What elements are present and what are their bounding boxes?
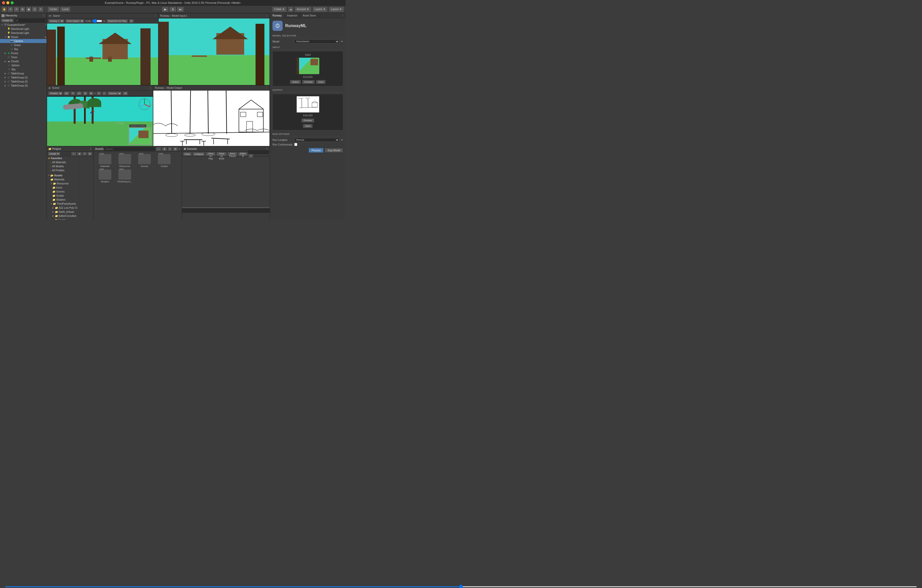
scene-close-btn[interactable]: ✕ bbox=[96, 91, 101, 95]
house-options[interactable]: ▶ bbox=[45, 36, 47, 38]
transform-tool[interactable]: ⊡ bbox=[32, 7, 38, 12]
local-button[interactable]: Local bbox=[60, 7, 70, 12]
console-error-pause[interactable]: Error Pause bbox=[227, 152, 238, 156]
cloud-button[interactable]: ☁ bbox=[288, 7, 294, 12]
tree-item-tablegroup1[interactable]: ▶ □ TableGroup bbox=[0, 71, 47, 75]
console-clear-play[interactable]: Clear on Play bbox=[206, 152, 216, 156]
assets-view-btn3[interactable]: + bbox=[168, 147, 172, 151]
console-clear[interactable]: Clear bbox=[183, 152, 192, 156]
tree-item-dirlight2[interactable]: 💡 Directional Light bbox=[0, 31, 47, 35]
collab-button[interactable]: Collab ▼ bbox=[272, 7, 287, 12]
scene-menu[interactable]: ⋮ bbox=[149, 87, 151, 89]
asset-scripts[interactable]: Scripts bbox=[155, 154, 173, 168]
maximize-button[interactable] bbox=[11, 1, 14, 4]
runway-input-menu[interactable]: ⋮ bbox=[266, 15, 268, 17]
tree-item-tablegroup2[interactable]: ▶ □ TableGroup (1) bbox=[0, 75, 47, 80]
tree-item-clouds[interactable]: ▶ ☁ Clouds bbox=[0, 59, 47, 63]
tree-item-house[interactable]: ▼ 🏠 House ▶ bbox=[0, 35, 47, 39]
tree-materials[interactable]: 📁 Materials bbox=[47, 177, 79, 181]
scene-tools-btn[interactable]: ⚙ bbox=[83, 91, 88, 95]
fav-materials[interactable]: ○ All Materials bbox=[47, 160, 79, 164]
tree-item-tablegroup4[interactable]: ▶ □ TableGroup (3) bbox=[0, 83, 47, 88]
play-button[interactable]: ▶ bbox=[162, 7, 169, 12]
scene-options[interactable]: ≡ bbox=[45, 24, 47, 26]
scale-slider[interactable] bbox=[92, 20, 102, 22]
create-button[interactable]: Create ▼ bbox=[1, 18, 14, 23]
tree-item-camera[interactable]: 📷 Camera bbox=[0, 39, 47, 43]
center-button[interactable]: Center bbox=[47, 7, 59, 12]
display-select[interactable]: Display 1 bbox=[48, 19, 64, 23]
tab-asset-store[interactable]: Asset Store bbox=[300, 13, 319, 18]
tree-shaders[interactable]: 📁 Shaders bbox=[47, 198, 79, 202]
tree-editor[interactable]: ▶ 📁 EditorCoroutine bbox=[47, 214, 79, 218]
console-clear-build[interactable]: Clear on Build bbox=[216, 152, 227, 156]
hierarchy-search[interactable] bbox=[15, 19, 46, 22]
project-btn1[interactable]: ← bbox=[71, 152, 77, 156]
account-button[interactable]: Account ▼ bbox=[294, 7, 311, 12]
fav-prefabs[interactable]: ○ All Prefabs bbox=[47, 168, 79, 172]
project-btn4[interactable]: ⚙ bbox=[87, 152, 92, 156]
hierarchy-menu[interactable]: ⋮ bbox=[43, 14, 45, 17]
window-controls[interactable] bbox=[2, 1, 14, 4]
tree-3le[interactable]: ▶ 📁 3LE Low Poly Cl bbox=[47, 206, 79, 210]
layout-button[interactable]: Layout ▼ bbox=[329, 7, 344, 12]
maximize-on-play[interactable]: Maximize On Play bbox=[106, 19, 128, 23]
right-panel-menu[interactable]: ⋮ bbox=[340, 14, 346, 17]
project-btn2[interactable]: ★ bbox=[77, 152, 82, 156]
asset-thirdparty[interactable]: ThirdPartyAs... bbox=[116, 170, 134, 183]
tree-item-sky[interactable]: □ Sky bbox=[0, 47, 47, 51]
rect-tool[interactable]: ▣ bbox=[26, 7, 31, 12]
console-search[interactable] bbox=[248, 150, 269, 154]
fav-models[interactable]: ○ All Models bbox=[47, 164, 79, 168]
tab-runway[interactable]: Runway bbox=[270, 13, 284, 18]
stop-model-button[interactable]: Stop Model bbox=[325, 148, 343, 153]
all-select-btn[interactable]: All bbox=[123, 91, 128, 95]
run-location-select[interactable]: Remote Local bbox=[294, 138, 339, 142]
tree-item-dirlight1[interactable]: 💡 Directional Light bbox=[0, 27, 47, 31]
game-menu[interactable]: ⋮ bbox=[154, 15, 157, 17]
scale-tool[interactable]: ⊞ bbox=[20, 7, 25, 12]
rotate-tool[interactable]: ↺ bbox=[14, 7, 19, 12]
asset-materials[interactable]: Materials bbox=[96, 154, 114, 168]
console-collapse[interactable]: Collapse bbox=[193, 152, 205, 156]
run-continuously-checkbox[interactable] bbox=[294, 143, 297, 146]
lighting-btn[interactable]: ☀ bbox=[70, 91, 75, 95]
tree-item-sky2[interactable]: □ Sky bbox=[0, 67, 47, 71]
tree-resources[interactable]: ▼ 📁 Resources bbox=[47, 181, 79, 185]
tree-icons[interactable]: 📁 Icons bbox=[47, 185, 79, 189]
project-create-btn[interactable]: Create ▼ bbox=[48, 152, 60, 156]
assets-slider-btn[interactable]: ⚙ bbox=[173, 147, 178, 151]
audio-btn[interactable]: 🔊 bbox=[76, 91, 82, 95]
tree-thirdparty[interactable]: ▼ 📁 ThirdPartyAssets bbox=[47, 202, 79, 206]
tree-scripts[interactable]: 📁 Scripts bbox=[47, 194, 79, 198]
assets-view-btn1[interactable]: ← bbox=[156, 147, 161, 151]
console-menu[interactable]: ⋮ bbox=[266, 147, 268, 150]
tree-item-trees[interactable]: □ Trees bbox=[0, 55, 47, 59]
tree-item-forest[interactable]: ▶ 🌲 Forest bbox=[0, 51, 47, 55]
tree-scenes[interactable]: 📁 Scenes bbox=[47, 189, 79, 194]
output-preview-button[interactable]: Preview bbox=[301, 118, 314, 122]
hand-tool[interactable]: ✋ bbox=[2, 7, 7, 12]
tree-item-examplescene[interactable]: ▼ 🎬 ExampleScene* ≡ bbox=[0, 23, 47, 27]
input-preview-button[interactable]: Preview bbox=[302, 80, 315, 84]
assets-search[interactable] bbox=[105, 147, 155, 151]
close-button[interactable] bbox=[2, 1, 5, 4]
aspect-select[interactable]: Free Aspect bbox=[65, 19, 84, 23]
minimize-button[interactable] bbox=[7, 1, 9, 4]
tree-scripts2[interactable]: 📁 Scripts bbox=[47, 218, 79, 220]
2d-toggle[interactable]: 2D bbox=[64, 91, 70, 95]
layers-button[interactable]: Layers ▼ bbox=[312, 7, 328, 12]
select-button[interactable]: Select bbox=[290, 80, 301, 84]
runway-output-menu[interactable]: ⋮ bbox=[266, 87, 268, 89]
input-save-button[interactable]: Save bbox=[316, 80, 326, 84]
tree-darth[interactable]: ▶ 📁 Darth_Artisan bbox=[47, 210, 79, 214]
gizmos-select[interactable]: Gizmos bbox=[107, 91, 122, 95]
console-editor[interactable]: Editor ▼ bbox=[238, 152, 248, 156]
scene-more-btn[interactable]: ⊞ bbox=[88, 91, 94, 95]
overlay-btn[interactable]: □ bbox=[102, 91, 106, 95]
tree-item-sphere[interactable]: ○ Sphere bbox=[0, 63, 47, 67]
output-save-button[interactable]: Save bbox=[303, 124, 313, 128]
assets-view-btn2[interactable]: ★ bbox=[162, 147, 167, 151]
shading-select[interactable]: Shaded bbox=[48, 91, 63, 95]
asset-resources[interactable]: Resources bbox=[116, 154, 134, 168]
